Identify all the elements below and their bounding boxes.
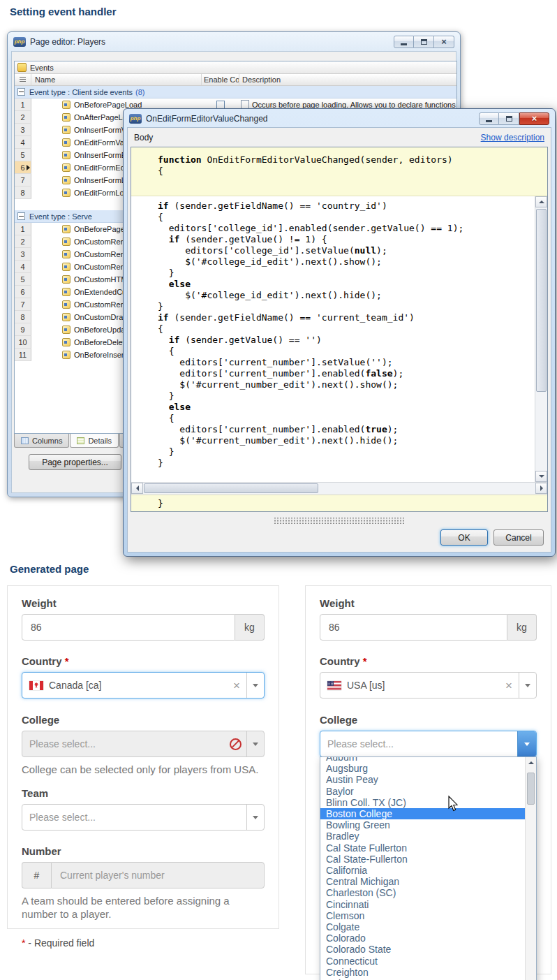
minimize-button[interactable]: [394, 36, 414, 48]
row-number: 1: [15, 98, 31, 111]
dropdown-option[interactable]: Boston College: [320, 808, 526, 819]
row-number: 2: [15, 235, 31, 248]
college-combobox-open[interactable]: Please select...: [320, 731, 537, 757]
window-titlebar[interactable]: php Page editor: Players ×: [8, 32, 460, 51]
vertical-scroll-thumb[interactable]: [536, 209, 547, 392]
tab-details[interactable]: Details: [70, 434, 119, 448]
cancel-button[interactable]: Cancel: [493, 529, 544, 546]
code-line: if (sender.getFieldName() == 'current_te…: [158, 312, 533, 323]
dropdown-option[interactable]: Clemson: [320, 910, 526, 921]
weight-input[interactable]: [22, 614, 235, 641]
code-body[interactable]: if (sender.getFieldName() == 'country_id…: [131, 196, 547, 482]
chevron-down-icon: [525, 684, 530, 687]
dropdown-scrollbar[interactable]: [525, 757, 536, 980]
dropdown-option[interactable]: Baylor: [320, 786, 526, 797]
country-select[interactable]: Canada [ca] ×: [22, 672, 265, 699]
dropdown-option[interactable]: Bradley: [320, 831, 526, 842]
minimize-button[interactable]: [479, 112, 499, 125]
dropdown-toggle[interactable]: [246, 805, 264, 830]
show-description-link[interactable]: Show description: [481, 133, 544, 142]
dropdown-option[interactable]: Connecticut: [320, 956, 526, 967]
code-line: }: [158, 458, 533, 469]
team-label: Team: [22, 787, 265, 799]
chevron-down-icon: [524, 743, 530, 746]
row-number: 7: [15, 174, 31, 187]
college-placeholder: Please select...: [327, 738, 517, 749]
team-select[interactable]: Please select...: [22, 804, 265, 831]
dropdown-option[interactable]: Colorado: [320, 933, 526, 944]
event-name: OnInsertFormL: [74, 176, 126, 184]
scroll-up-button[interactable]: [535, 196, 547, 207]
dropdown-option[interactable]: Creighton: [320, 967, 526, 978]
event-editor-window: php OnEditFormEditorValueChanged × Body …: [123, 108, 556, 557]
scroll-up-button[interactable]: [526, 757, 536, 768]
dropdown-option[interactable]: Colgate: [320, 921, 526, 933]
scroll-left-button[interactable]: [131, 483, 143, 494]
dropdown-option[interactable]: Central Michigan: [320, 876, 526, 887]
event-name: OnEditFormVali: [74, 138, 128, 147]
event-script-icon: [62, 237, 70, 246]
country-value: USA [us]: [347, 680, 499, 691]
chevron-down-icon: [253, 816, 258, 819]
scroll-right-button[interactable]: [535, 483, 547, 494]
code-editor[interactable]: function OnEditFormEditorValueChanged(se…: [131, 147, 548, 512]
country-select[interactable]: USA [us] ×: [320, 672, 537, 699]
code-line: $('#college_id_edit').next().hide();: [158, 290, 533, 301]
scroll-thumb[interactable]: [527, 773, 535, 805]
usa-flag-icon: [327, 681, 341, 690]
event-name: OnBeforeUpdat: [74, 326, 127, 334]
dropdown-option[interactable]: Charleston (SC): [320, 887, 526, 898]
dropdown-toggle[interactable]: [519, 673, 536, 698]
dropdown-option[interactable]: California: [320, 865, 526, 876]
heading-setting-event-handler: Setting event handler: [10, 6, 117, 17]
tab-columns[interactable]: Columns: [14, 434, 69, 448]
dropdown-option[interactable]: Blinn Coll. TX (JC): [320, 797, 526, 808]
close-button[interactable]: ×: [434, 36, 454, 48]
page-properties-button[interactable]: Page properties...: [29, 454, 121, 470]
close-icon: ×: [532, 114, 537, 123]
close-button[interactable]: ×: [519, 112, 549, 125]
dropdown-option[interactable]: Colorado State: [320, 944, 526, 955]
clear-selection-icon[interactable]: ×: [227, 680, 246, 692]
window-titlebar[interactable]: php OnEditFormEditorValueChanged ×: [124, 109, 555, 128]
dropdown-toggle[interactable]: [246, 673, 264, 698]
dropdown-option[interactable]: Cincinnati: [320, 899, 526, 910]
row-number: 6: [15, 161, 31, 174]
column-header-description[interactable]: Description: [239, 74, 456, 85]
maximize-button[interactable]: [414, 36, 434, 48]
row-number: 5: [15, 273, 31, 286]
dropdown-option[interactable]: Austin Peay: [320, 774, 526, 785]
dropdown-option[interactable]: Augsburg: [320, 763, 526, 774]
row-number: 6: [15, 286, 31, 298]
events-icon: [17, 63, 27, 72]
maple-leaf-icon: [34, 682, 39, 689]
collapse-icon[interactable]: [17, 212, 25, 220]
dropdown-toggle-active[interactable]: [517, 731, 536, 756]
column-header-enable-code[interactable]: Enable Coc: [202, 74, 239, 85]
clear-selection-icon[interactable]: ×: [499, 680, 519, 692]
vertical-scrollbar[interactable]: [535, 196, 547, 482]
row-number: 3: [15, 124, 31, 136]
maximize-icon: [506, 116, 512, 122]
collapse-icon[interactable]: [17, 88, 25, 96]
event-script-icon: [62, 189, 70, 197]
client-events-group-row[interactable]: Event type : Client side events (8): [15, 86, 456, 98]
maximize-button[interactable]: [499, 112, 519, 125]
dropdown-option[interactable]: Auburn: [320, 756, 526, 763]
column-header-name[interactable]: Name: [31, 74, 202, 85]
number-input: [51, 862, 265, 888]
scroll-down-button[interactable]: [526, 976, 536, 980]
php-app-icon: php: [13, 37, 26, 47]
up-arrow-icon: [539, 200, 544, 203]
horizontal-scrollbar[interactable]: [131, 482, 547, 495]
horizontal-scroll-thumb[interactable]: [144, 483, 318, 493]
dropdown-option[interactable]: Cal State Fullerton: [320, 842, 526, 854]
college-help-text: College can be selected only for players…: [22, 763, 265, 776]
scroll-down-button[interactable]: [535, 471, 547, 482]
weight-input[interactable]: [320, 614, 507, 641]
dropdown-option[interactable]: Cal State-Fullerton: [320, 854, 526, 865]
resize-grip[interactable]: [128, 515, 551, 526]
number-label: Number: [22, 845, 265, 857]
dropdown-option[interactable]: Bowling Green: [320, 819, 526, 831]
ok-button[interactable]: OK: [440, 529, 488, 546]
